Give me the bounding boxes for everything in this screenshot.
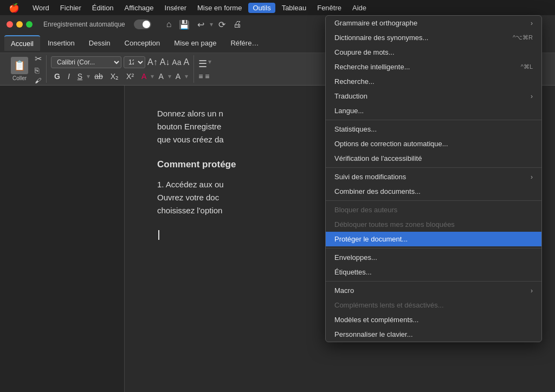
minimize-button[interactable]: [16, 21, 23, 28]
menu-inserer[interactable]: Insérer: [160, 3, 191, 13]
outils-dropdown-menu: Grammaire et orthographe›Dictionnaire de…: [325, 15, 542, 342]
menu-item-bloquer: Bloquer des auteurs: [326, 202, 541, 217]
cut-icon[interactable]: ✂: [35, 54, 42, 64]
paragraph-1-cont: bouton Enregistre: [157, 122, 221, 131]
menu-item-label: Macro: [334, 286, 354, 295]
maximize-button[interactable]: [26, 21, 33, 28]
autosave-toggle[interactable]: [134, 19, 151, 29]
align-group: ☰ ▾ ≡ ≡: [198, 55, 216, 83]
font-fill-arrow[interactable]: ▾: [185, 73, 188, 80]
menu-affichage[interactable]: Affichage: [120, 3, 158, 13]
menu-aide[interactable]: Aide: [348, 3, 371, 13]
menu-item-label: Enveloppes...: [334, 253, 377, 262]
menu-item-coupure[interactable]: Coupure de mots...: [326, 45, 541, 60]
tab-dessin[interactable]: Dessin: [82, 36, 117, 50]
menu-fenetre[interactable]: Fenêtre: [313, 3, 346, 13]
tab-conception[interactable]: Conception: [118, 36, 167, 50]
menu-item-correction-auto[interactable]: Options de correction automatique...: [326, 136, 541, 151]
menu-item-label: Traduction: [334, 92, 367, 100]
menu-outils[interactable]: Outils: [248, 3, 275, 13]
menu-item-shortcut: ^⌥⌘R: [513, 34, 533, 41]
font-case-icon[interactable]: Aa: [172, 58, 181, 67]
menu-mise-en-forme[interactable]: Mise en forme: [193, 3, 246, 13]
submenu-arrow-icon: ›: [531, 93, 533, 100]
menu-item-proteger[interactable]: Protéger le document...: [326, 232, 541, 246]
tab-insertion[interactable]: Insertion: [41, 36, 81, 50]
list-arrow[interactable]: ▾: [208, 58, 211, 70]
menu-item-langue[interactable]: Langue...: [326, 103, 541, 118]
highlight-button[interactable]: A: [155, 70, 166, 82]
font-color-icon[interactable]: A: [183, 57, 189, 67]
bold-button[interactable]: G: [51, 70, 63, 82]
font-size-selector[interactable]: 12: [124, 56, 145, 68]
menu-item-debloquer: Débloquer toutes mes zones bloquées: [326, 217, 541, 232]
menu-item-etiquettes[interactable]: Étiquettes...: [326, 265, 541, 279]
increase-font-icon[interactable]: A↑: [147, 57, 158, 67]
menu-item-label: Modèles et compléments...: [334, 316, 418, 324]
menu-item-synonymes[interactable]: Dictionnaire des synonymes...^⌥⌘R: [326, 30, 541, 45]
home-icon[interactable]: ⌂: [164, 18, 174, 30]
menu-item-macro[interactable]: Macro›: [326, 283, 541, 298]
menu-item-suivi[interactable]: Suivi des modifications›: [326, 169, 541, 184]
strikethrough-button[interactable]: ab: [91, 70, 106, 82]
menu-fichier[interactable]: Fichier: [56, 3, 86, 13]
subscript-button[interactable]: X₂: [107, 70, 122, 82]
menu-item-label: Options de correction automatique...: [334, 140, 448, 148]
highlight-arrow[interactable]: ▾: [168, 73, 171, 80]
align-left-icon[interactable]: ≡: [198, 72, 203, 81]
menu-item-label: Débloquer toutes mes zones bloquées: [334, 220, 455, 228]
font-selector[interactable]: Calibri (Cor...: [51, 56, 121, 68]
font-color-arrow[interactable]: ▾: [151, 73, 154, 80]
tab-accueil[interactable]: Accueil: [4, 35, 40, 51]
paragraph-2-cont: Ouvrez votre doc: [157, 193, 219, 202]
menu-divider: [326, 248, 541, 249]
menu-item-label: Vérification de l'accessibilité: [334, 154, 422, 162]
toolbar-icons: ⌂ 💾 ↩ ▾ ⟳ 🖨: [164, 18, 244, 31]
menu-item-statistiques[interactable]: Statistiques...: [326, 122, 541, 136]
paragraph-1-text: Donnez alors un n: [157, 109, 223, 118]
tab-mise-en-page[interactable]: Mise en page: [167, 36, 223, 50]
traffic-lights: [7, 21, 33, 28]
menu-item-combiner[interactable]: Combiner des documents...: [326, 184, 541, 199]
copy-icon[interactable]: ⎘: [35, 66, 42, 75]
decrease-font-icon[interactable]: A↓: [160, 57, 170, 67]
list-icon[interactable]: ☰: [198, 58, 207, 70]
menu-word[interactable]: Word: [28, 3, 54, 13]
menu-edition[interactable]: Édition: [88, 3, 118, 13]
underline-arrow[interactable]: ▾: [87, 73, 90, 80]
font-color-button[interactable]: A: [138, 70, 150, 82]
menu-item-label: Suivi des modifications: [334, 173, 406, 181]
underline-button[interactable]: S: [74, 70, 86, 82]
menu-item-label: Étiquettes...: [334, 268, 372, 276]
undo-icon[interactable]: ↩: [195, 18, 206, 31]
paste-label: Coller: [12, 75, 27, 81]
menu-divider: [326, 167, 541, 168]
tab-reference[interactable]: Référe…: [224, 36, 265, 50]
menu-item-label: Personnaliser le clavier...: [334, 330, 413, 338]
menu-item-label: Statistiques...: [334, 125, 377, 133]
paste-button[interactable]: 📋 Coller: [7, 55, 33, 83]
menu-item-grammaire[interactable]: Grammaire et orthographe›: [326, 16, 541, 30]
redo-icon[interactable]: ⟳: [216, 18, 228, 31]
menu-item-traduction[interactable]: Traduction›: [326, 89, 541, 103]
menu-item-personnaliser[interactable]: Personnaliser le clavier...: [326, 327, 541, 342]
menu-item-recherche[interactable]: Recherche...: [326, 74, 541, 89]
print-icon[interactable]: 🖨: [231, 18, 244, 30]
align-center-icon[interactable]: ≡: [205, 72, 209, 81]
superscript-button[interactable]: X²: [123, 70, 137, 82]
italic-button[interactable]: I: [64, 70, 73, 82]
format-painter-icon[interactable]: 🖌: [35, 77, 42, 84]
submenu-arrow-icon: ›: [531, 19, 533, 27]
save-icon[interactable]: 💾: [177, 18, 192, 31]
menu-item-recherche-intelligente[interactable]: Recherche intelligente...^⌘L: [326, 60, 541, 74]
menu-item-enveloppes[interactable]: Enveloppes...: [326, 250, 541, 265]
font-fill-button[interactable]: A: [172, 70, 184, 82]
menu-item-complements-lents: Compléments lents et désactivés...: [326, 298, 541, 312]
close-button[interactable]: [7, 21, 13, 28]
menu-tableau[interactable]: Tableau: [278, 3, 311, 13]
apple-menu[interactable]: 🍎: [4, 2, 24, 14]
document-sidebar: [0, 86, 125, 392]
menu-item-modeles[interactable]: Modèles et compléments...: [326, 312, 541, 327]
autosave-label: Enregistrement automatique: [43, 21, 125, 28]
menu-item-accessibilite[interactable]: Vérification de l'accessibilité: [326, 151, 541, 166]
